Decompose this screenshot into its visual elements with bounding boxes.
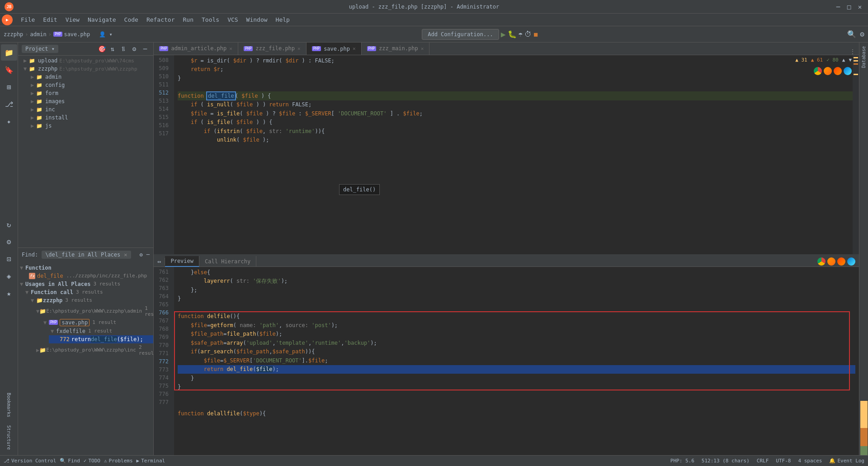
usages-section-header[interactable]: ▼ Usages in All Places 3 results [18, 280, 153, 288]
tab-more-button[interactable]: ⋮ [850, 48, 855, 55]
expand-all-button[interactable]: ⇅ [108, 44, 117, 53]
close-button[interactable]: ✕ [856, 3, 863, 10]
tree-item-admin[interactable]: ▶ 📁 admin [18, 73, 153, 81]
indent-setting[interactable]: 4 spaces [798, 458, 822, 464]
coverage-button[interactable]: ☂ [519, 30, 523, 38]
bookmarks-panel-button[interactable]: 🔖 [1, 62, 17, 78]
tab-zzz-file[interactable]: PHP zzz_file.php ✕ [238, 43, 307, 55]
settings-icon[interactable]: ⚙ [860, 30, 864, 38]
chrome-icon-bottom[interactable] [817, 257, 826, 266]
menu-tools[interactable]: Tools [198, 15, 223, 24]
tab-admin-article[interactable]: PHP admin_article.php ✕ [154, 43, 238, 55]
git-panel-button[interactable]: ⎇ [1, 96, 17, 112]
breadcrumb-file[interactable]: PHP save.php [53, 31, 90, 38]
database-label[interactable]: Database [860, 43, 867, 71]
commit-panel-button[interactable]: ◈ [1, 268, 17, 285]
structure-label[interactable]: Structure [5, 422, 12, 453]
tab-admin-article-close[interactable]: ✕ [229, 46, 232, 52]
search-icon[interactable]: 🔍 [847, 30, 856, 38]
tree-item-inc[interactable]: ▶ 📁 inc [18, 105, 153, 114]
cursor-position[interactable]: 512:13 (8 chars) [702, 458, 750, 464]
tab-save-close[interactable]: ✕ [353, 46, 356, 52]
problems-button[interactable]: ⚠ Problems [104, 458, 133, 464]
find-query-tab[interactable]: \del_file in All Places ✕ [42, 251, 131, 259]
find-minimize-button[interactable]: ─ [146, 252, 150, 258]
minimize-button[interactable]: ─ [835, 3, 842, 10]
run-button[interactable]: ▶ [501, 29, 506, 39]
tab-save[interactable]: PHP save.php ✕ [307, 43, 362, 55]
inc-subgroup-header[interactable]: ▶ 📁 E:\phpstudy_pro\WWW\zzzphp\inc 2 res… [34, 343, 153, 357]
tree-item-form[interactable]: ▶ 📁 form [18, 89, 153, 97]
admin-subgroup-header[interactable]: ▼ 📁 E:\phpstudy_pro\WWW\zzzphp\admin 1 r… [34, 304, 153, 318]
tree-item-zzzphp[interactable]: ▼ 📁 zzzphp E:\phpstudy_pro\WWW\zzzphp [18, 65, 153, 73]
bottom-code[interactable]: 761 762 763 764 765 766 767 768 769 770 … [154, 267, 859, 455]
indent-icon[interactable]: ⇔ [157, 258, 161, 265]
structure-panel-button[interactable]: ⊞ [1, 79, 17, 95]
project-tab[interactable]: Project ▾ [22, 45, 58, 53]
menu-refactor[interactable]: Refactor [143, 15, 179, 24]
debug-button[interactable]: 🐛 [508, 30, 517, 38]
encoding[interactable]: UTF-8 [776, 458, 791, 464]
event-log-button[interactable]: 🔔 Event Log [829, 458, 864, 464]
tree-item-js[interactable]: ▶ 📁 js [18, 122, 153, 130]
edge-icon[interactable] [844, 67, 852, 75]
collapse-all-button[interactable]: ⥮ [119, 44, 128, 53]
scroll-down-button[interactable]: ▼ [849, 57, 852, 63]
chrome-icon[interactable] [814, 67, 822, 75]
project-panel-button[interactable]: 📁 [1, 44, 17, 61]
sidebar-settings-button[interactable]: ⚙ [130, 44, 139, 53]
menu-navigate[interactable]: Navigate [84, 15, 120, 24]
maximize-button[interactable]: □ [845, 3, 853, 10]
menu-edit[interactable]: Edit [39, 15, 61, 24]
firefox-icon[interactable] [824, 67, 832, 75]
menu-vcs[interactable]: VCS [224, 15, 241, 24]
tab-zzz-main[interactable]: PHP zzz_main.php ✕ [362, 43, 430, 55]
component-panel-button[interactable]: ⊡ [1, 251, 17, 267]
add-configuration-button[interactable]: Add Configuration... [422, 29, 499, 40]
top-code-lines[interactable]: $r = is_dir( $dir ) ? rmdir( $dir ) : FA… [174, 55, 859, 254]
breadcrumb-root[interactable]: zzzphp [4, 31, 23, 38]
find-status-button[interactable]: 🔍 Find [60, 458, 80, 464]
ci-panel-button[interactable]: ↻ [1, 217, 17, 233]
function-call-header[interactable]: ▼ Function call 3 results [24, 288, 153, 296]
zzzphp-group-header[interactable]: ▼ 📁 zzzphp 3 results [29, 296, 153, 304]
php-version[interactable]: PHP: 5.6 [670, 458, 694, 464]
tab-zzz-file-close[interactable]: ✕ [297, 46, 301, 52]
find-close-button[interactable]: ✕ [124, 252, 127, 258]
function-section-header[interactable]: ▼ Function [18, 264, 153, 272]
result-772-expand[interactable]: ▼ fx delfile 1 result [49, 327, 153, 335]
profile-run-button[interactable]: ⏱ [524, 30, 532, 38]
firefox-icon-bottom[interactable] [827, 257, 835, 266]
firefox2-icon[interactable] [834, 67, 842, 75]
tab-zzz-main-close[interactable]: ✕ [421, 46, 424, 52]
menu-run[interactable]: Run [179, 15, 197, 24]
firefox2-icon-bottom[interactable] [837, 257, 845, 266]
bottom-code-lines[interactable]: }else{ layererr( str: '保存失败'); }; } func… [174, 267, 859, 455]
sidebar-close-button[interactable]: ─ [141, 44, 150, 53]
call-hierarchy-tab[interactable]: Call Hierarchy [199, 256, 256, 267]
terminal-button[interactable]: ▶ Terminal [137, 458, 165, 464]
git2-panel-button[interactable]: ✦ [1, 113, 17, 129]
stop-button[interactable]: ◼ [533, 30, 538, 38]
menu-help[interactable]: Help [272, 15, 293, 24]
menu-window[interactable]: Window [243, 15, 271, 24]
edge-icon-bottom[interactable] [847, 257, 855, 266]
breadcrumb-admin[interactable]: admin [30, 31, 47, 38]
locate-button[interactable]: 🎯 [97, 44, 106, 53]
favorites-panel-button[interactable]: ★ [1, 285, 17, 302]
save-php-header[interactable]: ▼ PHP save.php 1 result [42, 318, 153, 327]
tree-item-images[interactable]: ▶ 📁 images [18, 97, 153, 105]
menu-view[interactable]: View [62, 15, 83, 24]
del-file-function-item[interactable]: fx del_file .../zzzphp/inc/zzz_file.php [18, 272, 153, 280]
profile-icon[interactable]: 👤 ▾ [99, 31, 112, 38]
bookmarks-label[interactable]: Bookmarks [5, 389, 12, 421]
todo-button[interactable]: ✓ TODO [84, 458, 100, 464]
tree-item-upload[interactable]: ▶ 📁 upload E:\phpstudy_pro\WWW\74cms [18, 57, 153, 65]
menu-file[interactable]: File [17, 15, 38, 24]
tree-item-install[interactable]: ▶ 📁 install [18, 114, 153, 122]
preview-tab[interactable]: Preview [165, 256, 199, 267]
find-gear-button[interactable]: ⚙ [140, 252, 143, 258]
scroll-up-button[interactable]: ▲ [842, 57, 845, 63]
line-ending[interactable]: CRLF [757, 458, 769, 464]
tree-item-config[interactable]: ▶ 📁 config [18, 81, 153, 89]
